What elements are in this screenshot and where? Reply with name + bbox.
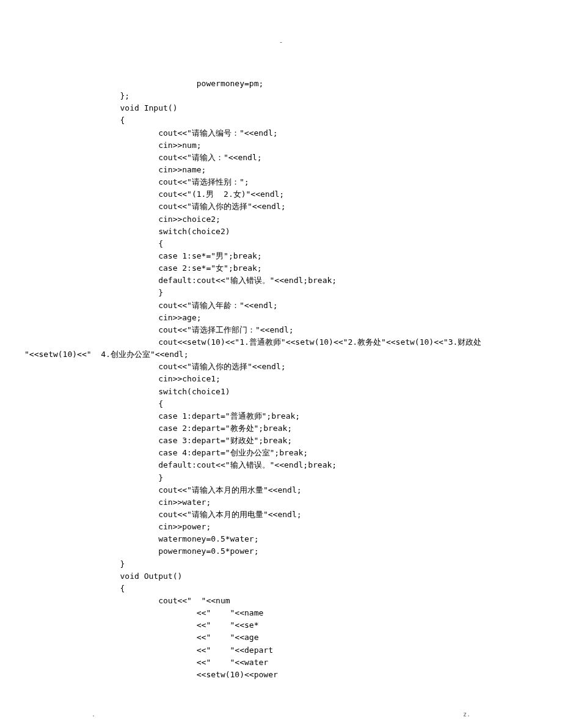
footer-right: z. bbox=[463, 710, 470, 719]
page-content: - powermoney=pm; }; void Input() { cout<… bbox=[0, 0, 562, 705]
footer-left: . bbox=[92, 710, 95, 719]
code-listing: powermoney=pm; }; void Input() { cout<<"… bbox=[24, 78, 538, 681]
header-mark: - bbox=[24, 37, 538, 47]
